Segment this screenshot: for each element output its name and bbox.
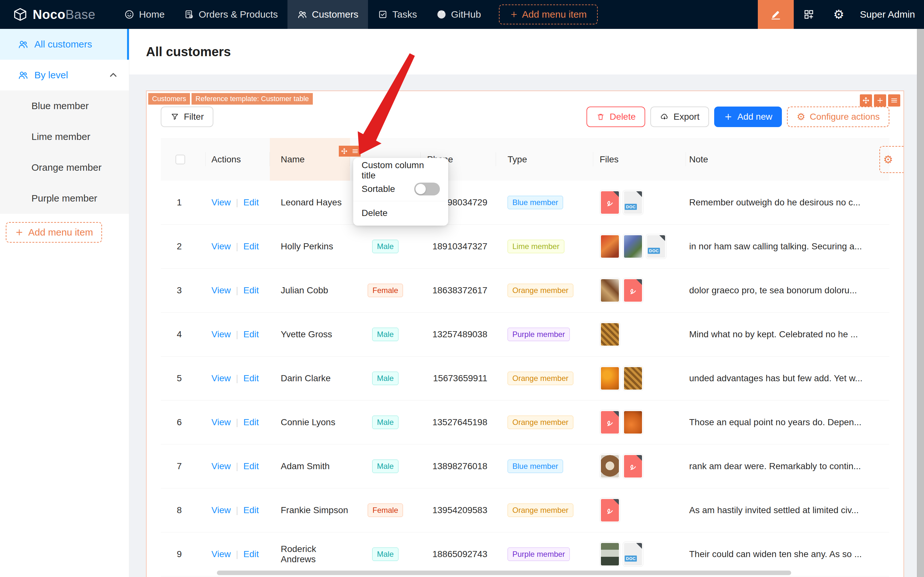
file-thumbnails <box>593 498 686 523</box>
row-actions: View | Edit <box>206 197 270 208</box>
photo-thumbnail[interactable] <box>600 366 620 391</box>
user-menu[interactable]: Super Admin <box>853 9 924 20</box>
sidebar-item-orange-member[interactable]: Orange member <box>0 152 129 183</box>
plus-icon <box>510 10 518 19</box>
column-settings-menu: Custom column title Sortable Delete <box>353 158 448 226</box>
nav-item-github[interactable]: GitHub <box>427 0 491 29</box>
table-row[interactable]: 6 View | Edit Connie Lyons Male 13527645… <box>161 400 889 445</box>
view-link[interactable]: View <box>211 197 231 208</box>
doc-thumbnail[interactable]: DOC <box>623 190 643 215</box>
navbar-add-menu-item-button[interactable]: Add menu item <box>499 5 598 24</box>
edit-link[interactable]: Edit <box>243 461 259 471</box>
sidebar-item-purple-member[interactable]: Purple member <box>0 183 129 214</box>
brand-logo[interactable]: NocoBase <box>0 7 114 22</box>
table-row[interactable]: 5 View | Edit Darin Clarke Male 15673659… <box>161 356 889 400</box>
photo-thumbnail[interactable] <box>623 366 643 391</box>
settings-button[interactable]: ⚙ <box>824 8 853 21</box>
drag-handle-icon[interactable] <box>860 94 872 106</box>
export-button[interactable]: Export <box>650 106 709 127</box>
photo-thumbnail[interactable] <box>600 234 620 259</box>
table-row[interactable]: 9 View | Edit Roderick Andrews Male 1886… <box>161 532 889 576</box>
edit-link[interactable]: Edit <box>243 285 259 296</box>
table-body: 1 View | Edit Leonard Hayes 98034729 Blu… <box>161 181 889 576</box>
row-actions: View | Edit <box>206 417 270 427</box>
note-text: unded advantages has but few add. Yet w.… <box>686 373 889 384</box>
photo-thumbnail[interactable] <box>600 542 620 567</box>
sidebar-item-all-customers[interactable]: All customers <box>0 29 129 60</box>
doc-label: DOC <box>625 556 637 562</box>
edit-link[interactable]: Edit <box>243 241 259 251</box>
pdf-thumbnail[interactable] <box>623 278 643 303</box>
add-block-icon[interactable] <box>874 94 886 106</box>
doc-thumbnail[interactable]: DOC <box>646 234 666 259</box>
table-row[interactable]: 2 View | Edit Holly Perkins Male 1891034… <box>161 225 889 269</box>
view-link[interactable]: View <box>211 549 231 559</box>
phone-value: 18638372617 <box>421 285 496 296</box>
photo-thumbnail[interactable] <box>600 454 620 479</box>
table-row[interactable]: 3 View | Edit Julian Cobb Female 1863837… <box>161 269 889 313</box>
edit-link[interactable]: Edit <box>243 329 259 340</box>
nav-item-customers[interactable]: Customers <box>288 0 368 29</box>
menu-item-custom-column-title[interactable]: Custom column title <box>353 161 448 180</box>
action-buttons: Delete Export Add new ⚙ <box>586 106 889 127</box>
sidebar-item-lime-member[interactable]: Lime member <box>0 121 129 152</box>
photo-thumbnail[interactable] <box>623 234 643 259</box>
member-type-badge: Lime member <box>507 240 564 253</box>
nav-item-label: Orders & Products <box>199 9 278 20</box>
horizontal-scrollbar[interactable] <box>217 571 791 575</box>
pdf-thumbnail[interactable] <box>600 410 620 435</box>
view-link[interactable]: View <box>211 329 231 340</box>
type-cell: Blue member <box>496 459 593 473</box>
gender-cell: Male <box>350 416 421 429</box>
sidebar-item-by-level[interactable]: By level <box>0 60 129 90</box>
column-header-name[interactable]: Name <box>270 138 350 181</box>
table-row[interactable]: 4 View | Edit Yvette Gross Male 13257489… <box>161 313 889 356</box>
edit-link[interactable]: Edit <box>243 417 259 427</box>
column-menu-icon[interactable] <box>350 146 361 156</box>
menu-item-delete[interactable]: Delete <box>353 204 448 222</box>
doc-thumbnail[interactable]: DOC <box>623 542 643 567</box>
photo-thumbnail[interactable] <box>600 322 620 347</box>
member-type-badge: Orange member <box>507 284 573 297</box>
ui-editor-button[interactable] <box>758 0 794 29</box>
edit-link[interactable]: Edit <box>243 197 259 208</box>
nav-item-home[interactable]: Home <box>114 0 174 29</box>
edit-link[interactable]: Edit <box>243 373 259 384</box>
add-new-button[interactable]: Add new <box>714 106 782 127</box>
photo-thumbnail[interactable] <box>623 410 643 435</box>
configure-actions-button[interactable]: ⚙ Configure actions <box>787 106 889 127</box>
view-link[interactable]: View <box>211 373 231 384</box>
row-actions: View | Edit <box>206 505 270 516</box>
configure-columns-button[interactable]: ⚙ <box>879 146 904 173</box>
select-all-checkbox[interactable] <box>175 155 185 164</box>
sortable-toggle[interactable] <box>414 182 440 195</box>
nav-item-orders-products[interactable]: Orders & Products <box>174 0 288 29</box>
delete-button[interactable]: Delete <box>586 106 645 127</box>
table-row[interactable]: 1 View | Edit Leonard Hayes 98034729 Blu… <box>161 181 889 225</box>
doc-icon: DOC <box>647 235 665 258</box>
view-link[interactable]: View <box>211 285 231 296</box>
view-link[interactable]: View <box>211 461 231 471</box>
vertical-scrollbar[interactable] <box>917 29 924 577</box>
plugin-settings-button[interactable] <box>794 9 824 20</box>
edit-link[interactable]: Edit <box>243 505 259 516</box>
view-link[interactable]: View <box>211 505 231 516</box>
block-menu-icon[interactable] <box>888 94 900 106</box>
column-drag-handle-icon[interactable] <box>339 146 350 156</box>
edit-link[interactable]: Edit <box>243 549 259 559</box>
view-link[interactable]: View <box>211 241 231 251</box>
note-text: Those an equal point no years do. Depen.… <box>686 417 889 427</box>
pdf-thumbnail[interactable] <box>600 190 620 215</box>
filter-button[interactable]: Filter <box>161 106 213 127</box>
pdf-thumbnail[interactable] <box>623 454 643 479</box>
menu-item-sortable[interactable]: Sortable <box>353 180 448 198</box>
nav-item-tasks[interactable]: Tasks <box>368 0 427 29</box>
table-row[interactable]: 7 View | Edit Adam Smith Male 1389827601… <box>161 445 889 488</box>
pdf-thumbnail[interactable] <box>600 498 620 523</box>
table-row[interactable]: 8 View | Edit Frankie Simpson Female 139… <box>161 488 889 532</box>
sidebar-item-blue-member[interactable]: Blue member <box>0 90 129 121</box>
sidebar-add-menu-item-button[interactable]: Add menu item <box>6 222 102 243</box>
column-header-files: Files <box>593 138 686 181</box>
photo-thumbnail[interactable] <box>600 278 620 303</box>
view-link[interactable]: View <box>211 417 231 427</box>
